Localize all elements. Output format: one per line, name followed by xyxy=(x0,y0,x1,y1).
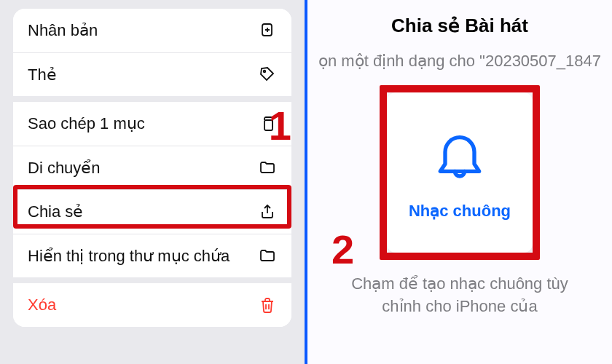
svg-point-1 xyxy=(264,71,266,73)
ringtone-hint: Chạm để tạo nhạc chuông tùy chỉnh cho iP… xyxy=(350,273,569,318)
copy-icon xyxy=(258,114,277,133)
bell-icon xyxy=(431,125,489,183)
svg-rect-2 xyxy=(264,120,272,130)
context-menu: Nhân bản Thẻ Sao chép 1 mục Di c xyxy=(13,9,291,327)
menu-show-in-folder[interactable]: Hiển thị trong thư mục chứa xyxy=(13,234,291,278)
folder-icon xyxy=(258,246,277,265)
ringtone-label: Nhạc chuông xyxy=(409,202,511,221)
menu-tags-label: Thẻ xyxy=(28,65,258,85)
menu-share[interactable]: Chia sẻ xyxy=(13,190,291,234)
tag-icon xyxy=(258,65,277,84)
menu-delete-label: Xóa xyxy=(28,295,258,315)
share-icon xyxy=(258,202,277,221)
folder-icon xyxy=(258,158,277,177)
menu-copy[interactable]: Sao chép 1 mục xyxy=(13,102,291,146)
duplicate-icon xyxy=(258,21,277,40)
menu-show-in-folder-label: Hiển thị trong thư mục chứa xyxy=(28,246,258,266)
menu-tags[interactable]: Thẻ xyxy=(13,53,291,97)
ringtone-card[interactable]: Nhạc chuông xyxy=(387,92,533,253)
share-title: Chia sẻ Bài hát xyxy=(391,15,528,37)
menu-move[interactable]: Di chuyển xyxy=(13,146,291,191)
share-subtitle: ọn một định dạng cho "20230507_1847 xyxy=(307,52,612,71)
menu-duplicate-label: Nhân bản xyxy=(28,20,258,41)
menu-move-label: Di chuyển xyxy=(28,158,258,178)
menu-duplicate[interactable]: Nhân bản xyxy=(13,9,291,53)
menu-delete[interactable]: Xóa xyxy=(13,283,291,327)
menu-copy-label: Sao chép 1 mục xyxy=(28,114,258,134)
menu-share-label: Chia sẻ xyxy=(28,202,258,222)
trash-icon xyxy=(258,296,277,314)
share-song-panel: Chia sẻ Bài hát ọn một định dạng cho "20… xyxy=(307,0,612,364)
context-menu-panel: Nhân bản Thẻ Sao chép 1 mục Di c xyxy=(0,0,305,364)
